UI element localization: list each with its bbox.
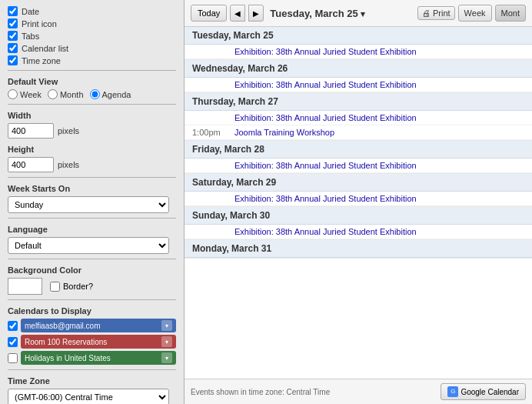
title-dropdown-icon[interactable]: ▾: [361, 9, 365, 18]
day-block-1: Wednesday, March 26 Exhibition: 38th Ann…: [185, 60, 532, 93]
cal-name-0: melfiaasb@gmail.com: [25, 322, 101, 330]
cal-checkbox-1[interactable]: [8, 337, 18, 347]
day-header-0: Tuesday, March 25: [185, 27, 532, 45]
timezone-select[interactable]: (GMT-06:00) Central Time: [8, 389, 169, 404]
language-row: Default: [8, 237, 176, 254]
timezone-note: Events shown in time zone: Central Time: [191, 388, 330, 396]
day-header-3: Friday, March 28: [185, 141, 532, 159]
cb-timezone-checkbox[interactable]: [8, 55, 18, 65]
print-button[interactable]: 🖨 Print: [417, 6, 455, 20]
default-view-label: Default View: [8, 77, 176, 86]
event-row-3-0: Exhibition: 38th Annual Juried Student E…: [185, 159, 532, 173]
event-row-5-0: Exhibition: 38th Annual Juried Student E…: [185, 225, 532, 239]
default-view-radio-group: Week Month Agenda: [8, 89, 176, 99]
cal-dropdown-2[interactable]: ▾: [161, 352, 172, 363]
border-check[interactable]: Border?: [50, 282, 93, 292]
prev-button[interactable]: ◀: [230, 5, 245, 22]
timezone-row: (GMT-06:00) Central Time: [8, 389, 176, 404]
event-title-1-0[interactable]: Exhibition: 38th Annual Juried Student E…: [234, 80, 417, 89]
event-title-0-0[interactable]: Exhibition: 38th Annual Juried Student E…: [234, 47, 417, 56]
radio-agenda[interactable]: Agenda: [90, 89, 131, 99]
cal-name-1: Room 100 Reservations: [25, 338, 107, 346]
event-title-2-1[interactable]: Joomla Training Workshop: [234, 128, 334, 137]
printer-icon: 🖨: [422, 8, 431, 18]
language-label: Language: [8, 225, 176, 234]
cb-tabs-checkbox[interactable]: [8, 31, 18, 41]
cal-label-1: Room 100 Reservations ▾: [21, 335, 176, 349]
cal-item-2: Holidays in United States ▾: [8, 351, 176, 365]
week-view-button[interactable]: Week: [458, 5, 492, 22]
google-icon: G: [447, 386, 458, 397]
day-header-2: Thursday, March 27: [185, 93, 532, 111]
calendar-title: Tuesday, March 25 ▾: [267, 8, 414, 19]
radio-month[interactable]: Month: [48, 89, 84, 99]
checkbox-row-cb-timezone: Time zone: [8, 55, 176, 65]
checkbox-row-cb-print: Print icon: [8, 18, 176, 28]
width-label: Width: [8, 111, 176, 120]
cal-item-0: melfiaasb@gmail.com ▾: [8, 319, 176, 332]
checkbox-row-cb-callist: Calendar list: [8, 43, 176, 53]
week-starts-label: Week Starts On: [8, 184, 176, 193]
week-starts-row: Sunday Monday Tuesday: [8, 196, 176, 213]
timezone-label: Time Zone: [8, 376, 176, 386]
cb-tabs-label: Tabs: [22, 32, 39, 41]
day-header-4: Saturday, March 29: [185, 174, 532, 192]
cal-item-1: Room 100 Reservations ▾: [8, 335, 176, 349]
cal-checkbox-0[interactable]: [8, 321, 18, 331]
day-block-6: Monday, March 31: [185, 240, 532, 259]
next-button[interactable]: ▶: [248, 5, 264, 22]
checkbox-row-cb-date: Date: [8, 6, 176, 16]
event-time-2-1: 1:00pm: [192, 128, 234, 137]
width-row: pixels: [8, 123, 176, 139]
cals-label: Calendars to Display: [8, 306, 176, 316]
week-starts-select[interactable]: Sunday Monday Tuesday: [8, 196, 169, 213]
event-row-0-0: Exhibition: 38th Annual Juried Student E…: [185, 45, 532, 59]
event-row-2-0: Exhibition: 38th Annual Juried Student E…: [185, 111, 532, 125]
bg-color-row: Border?: [8, 278, 176, 295]
calendar-header: Today ◀ ▶ Tuesday, March 25 ▾ 🖨 Print We…: [185, 0, 532, 27]
day-block-0: Tuesday, March 25 Exhibition: 38th Annua…: [185, 27, 532, 60]
google-calendar-button[interactable]: G Google Calendar: [441, 383, 526, 400]
settings-panel: DatePrint iconTabsCalendar listTime zone…: [0, 0, 185, 404]
cal-checkbox-2[interactable]: [8, 353, 18, 363]
calendar-panel: Today ◀ ▶ Tuesday, March 25 ▾ 🖨 Print We…: [185, 0, 532, 404]
height-input[interactable]: [8, 157, 54, 172]
cb-print-checkbox[interactable]: [8, 18, 18, 28]
event-title-2-0[interactable]: Exhibition: 38th Annual Juried Student E…: [234, 113, 417, 122]
cb-date-checkbox[interactable]: [8, 6, 18, 16]
height-label: Height: [8, 145, 176, 154]
day-header-5: Sunday, March 30: [185, 207, 532, 225]
cb-timezone-label: Time zone: [22, 56, 61, 65]
event-title-3-0[interactable]: Exhibition: 38th Annual Juried Student E…: [234, 161, 417, 170]
radio-week[interactable]: Week: [8, 89, 42, 99]
cal-label-2: Holidays in United States ▾: [21, 351, 176, 365]
day-header-1: Wednesday, March 26: [185, 60, 532, 78]
cb-print-label: Print icon: [22, 19, 57, 28]
event-row-1-0: Exhibition: 38th Annual Juried Student E…: [185, 78, 532, 92]
cal-dropdown-0[interactable]: ▾: [161, 320, 172, 331]
cb-date-label: Date: [22, 7, 39, 16]
checkbox-row-cb-tabs: Tabs: [8, 31, 176, 41]
day-block-3: Friday, March 28 Exhibition: 38th Annual…: [185, 141, 532, 174]
height-pixels: pixels: [58, 160, 79, 169]
cb-callist-checkbox[interactable]: [8, 43, 18, 53]
today-button[interactable]: Today: [191, 5, 227, 22]
color-picker[interactable]: [8, 278, 42, 295]
day-block-2: Thursday, March 27 Exhibition: 38th Annu…: [185, 93, 532, 141]
cal-label-0: melfiaasb@gmail.com ▾: [21, 319, 176, 332]
cb-callist-label: Calendar list: [22, 44, 68, 53]
cal-dropdown-1[interactable]: ▾: [161, 336, 172, 347]
event-title-5-0[interactable]: Exhibition: 38th Annual Juried Student E…: [234, 227, 417, 236]
event-title-4-0[interactable]: Exhibition: 38th Annual Juried Student E…: [234, 194, 417, 203]
width-input[interactable]: [8, 123, 54, 139]
day-block-5: Sunday, March 30 Exhibition: 38th Annual…: [185, 207, 532, 240]
month-view-button[interactable]: Mont: [495, 5, 526, 22]
language-select[interactable]: Default: [8, 237, 169, 254]
day-header-6: Monday, March 31: [185, 240, 532, 258]
bg-color-label: Background Color: [8, 265, 176, 275]
height-row: pixels: [8, 157, 176, 172]
width-pixels: pixels: [58, 126, 79, 135]
cal-name-2: Holidays in United States: [25, 354, 111, 362]
calendars-section: melfiaasb@gmail.com ▾ Room 100 Reservati…: [8, 319, 176, 365]
event-row-2-1: 1:00pm Joomla Training Workshop: [185, 125, 532, 140]
